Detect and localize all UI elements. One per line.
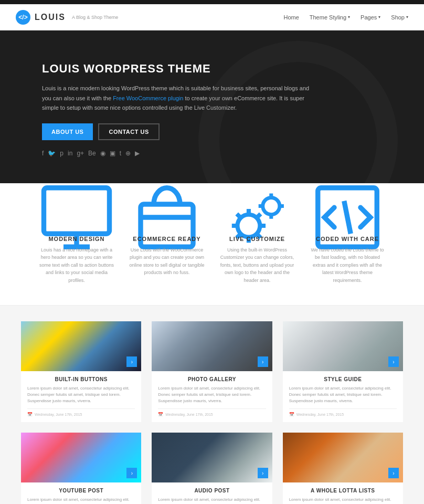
gear-icon [218, 204, 296, 230]
main-nav: Home Theme Styling ▾ Pages ▾ Shop ▾ [283, 14, 408, 20]
blog-content: PHOTO GALLERY Lorem ipsum dolor sit amet… [152, 371, 272, 422]
social-linkedin[interactable]: in [68, 150, 72, 157]
blog-image: › [152, 321, 272, 371]
woocommerce-link[interactable]: Free WooCommerce plugin [113, 95, 183, 101]
blog-card: › PHOTO GALLERY Lorem ipsum dolor sit am… [152, 321, 272, 422]
feature-ecommerce-title: ECOMMERCE READY [128, 236, 206, 242]
blog-meta: 📅 Wednesday, June 17th, 2015 [158, 408, 266, 417]
blog-date: Wednesday, June 17th, 2015 [35, 413, 82, 416]
social-facebook[interactable]: f [42, 150, 44, 157]
blog-meta: 📅 Wednesday, June 17th, 2015 [27, 408, 135, 417]
blog-post-title: AUDIO POST [158, 488, 266, 494]
blog-excerpt: Lorem ipsum dolor sit amet, consectetur … [158, 497, 266, 504]
cart-icon [128, 204, 206, 230]
social-tumblr[interactable]: t [120, 150, 121, 157]
social-googleplus[interactable]: g+ [77, 150, 84, 157]
header: </> LOUIS A Blog & Shop Theme Home Theme… [0, 4, 424, 30]
blog-date: Wednesday, June 17th, 2015 [296, 413, 344, 416]
blog-content: A WHOLE LOTTA LISTS Lorem ipsum dolor si… [283, 482, 403, 504]
logo-icon: </> [16, 10, 30, 25]
top-bar [0, 0, 424, 4]
hero-title: LOUIS WORDPRESS THEME [42, 62, 382, 76]
social-behance[interactable]: Be [88, 150, 96, 157]
feature-customize-title: LIVE CUSTOMIZE [218, 236, 296, 242]
blog-card: › BUILT-IN BUTTONS Lorem ipsum dolor sit… [21, 321, 141, 422]
feature-customize-desc: Using the built-in WordPress Customizer … [218, 246, 296, 284]
about-us-button[interactable]: ABOUT US [42, 123, 93, 140]
blog-content: STYLE GUIDE Lorem ipsum dolor sit amet, … [283, 371, 403, 422]
logo-text: LOUIS [35, 13, 66, 22]
features-section: MODERN DESIGN Louis has a nice homepage … [0, 183, 424, 306]
blog-section: › BUILT-IN BUTTONS Lorem ipsum dolor sit… [0, 306, 424, 504]
blog-arrow-button[interactable]: › [126, 356, 137, 367]
blog-card: › YOUTUBE POST Lorem ipsum dolor sit ame… [21, 433, 141, 504]
blog-post-title: STYLE GUIDE [289, 376, 397, 382]
blog-excerpt: Lorem ipsum dolor sit amet, consectetur … [289, 385, 397, 404]
blog-image: › [283, 321, 403, 371]
social-dribbble[interactable]: ◉ [100, 150, 105, 157]
social-instagram[interactable]: ▣ [110, 150, 115, 157]
feature-coded: CODED WITH CARE We have coded the Louis … [308, 204, 387, 284]
feature-customize: LIVE CUSTOMIZE Using the built-in WordPr… [218, 204, 296, 284]
nav-arrow-pages: ▾ [378, 15, 380, 19]
nav-arrow: ▾ [348, 15, 350, 19]
hero-description: Louis is a nice modern looking WordPress… [42, 83, 315, 113]
blog-excerpt: Lorem ipsum dolor sit amet, consectetur … [158, 385, 266, 404]
blog-image: › [283, 433, 403, 482]
feature-modern-desc: Louis has a nice homepage with a hero he… [37, 246, 116, 284]
calendar-icon: 📅 [158, 412, 163, 417]
feature-coded-desc: We have coded the Louis theme to be fast… [308, 246, 387, 284]
blog-post-title: A WHOLE LOTTA LISTS [289, 488, 397, 494]
nav-arrow-shop: ▾ [406, 15, 408, 19]
blog-arrow-button[interactable]: › [388, 468, 399, 478]
blog-card: › A WHOLE LOTTA LISTS Lorem ipsum dolor … [283, 433, 403, 504]
svg-point-6 [263, 198, 280, 215]
social-wordpress[interactable]: ⊕ [125, 150, 131, 157]
blog-post-title: PHOTO GALLERY [158, 376, 266, 382]
blog-image: › [21, 321, 141, 371]
social-pinterest[interactable]: p [60, 150, 63, 157]
blog-grid: › BUILT-IN BUTTONS Lorem ipsum dolor sit… [21, 321, 403, 504]
hero-buttons: ABOUT US CONTACT US [42, 123, 382, 140]
blog-content: AUDIO POST Lorem ipsum dolor sit amet, c… [152, 482, 272, 504]
feature-ecommerce: ECOMMERCE READY Use Louis with the WooCo… [128, 204, 206, 284]
code-icon [308, 204, 387, 230]
blog-content: YOUTUBE POST Lorem ipsum dolor sit amet,… [21, 482, 141, 504]
feature-modern-design: MODERN DESIGN Louis has a nice homepage … [37, 204, 116, 284]
blog-meta: 📅 Wednesday, June 17th, 2015 [289, 408, 397, 417]
logo-subtitle: A Blog & Shop Theme [72, 15, 118, 20]
svg-rect-0 [44, 188, 110, 234]
svg-line-8 [344, 201, 351, 234]
monitor-icon [37, 204, 116, 230]
blog-excerpt: Lorem ipsum dolor sit amet, consectetur … [27, 385, 135, 404]
blog-image: › [21, 433, 141, 482]
blog-arrow-button[interactable]: › [258, 468, 268, 478]
calendar-icon: 📅 [289, 412, 294, 417]
feature-ecommerce-desc: Use Louis with the WooCommerce plugin an… [128, 246, 206, 277]
blog-post-title: YOUTUBE POST [27, 488, 135, 494]
blog-card: › STYLE GUIDE Lorem ipsum dolor sit amet… [283, 321, 403, 422]
feature-modern-title: MODERN DESIGN [37, 236, 116, 242]
logo[interactable]: </> LOUIS A Blog & Shop Theme [16, 10, 118, 25]
nav-home[interactable]: Home [283, 14, 299, 20]
nav-pages[interactable]: Pages ▾ [361, 14, 380, 20]
social-icons: f 🐦 p in g+ Be ◉ ▣ t ⊕ ▶ [42, 150, 382, 157]
blog-arrow-button[interactable]: › [388, 356, 399, 367]
hero-section: LOUIS WORDPRESS THEME Louis is a nice mo… [0, 30, 424, 183]
blog-post-title: BUILT-IN BUTTONS [27, 376, 135, 382]
blog-arrow-button[interactable]: › [258, 356, 268, 367]
svg-point-5 [238, 215, 260, 237]
blog-arrow-button[interactable]: › [126, 468, 137, 478]
blog-excerpt: Lorem ipsum dolor sit amet, consectetur … [289, 497, 397, 504]
contact-us-button[interactable]: CONTACT US [98, 123, 159, 140]
blog-date: Wednesday, June 17th, 2015 [165, 413, 213, 416]
social-youtube[interactable]: ▶ [135, 150, 140, 157]
feature-coded-title: CODED WITH CARE [308, 236, 387, 242]
nav-theme-styling[interactable]: Theme Styling ▾ [310, 14, 350, 20]
social-twitter[interactable]: 🐦 [48, 150, 56, 157]
blog-card: › AUDIO POST Lorem ipsum dolor sit amet,… [152, 433, 272, 504]
nav-shop[interactable]: Shop ▾ [391, 14, 408, 20]
calendar-icon: 📅 [27, 412, 33, 417]
blog-image: › [152, 433, 272, 482]
blog-content: BUILT-IN BUTTONS Lorem ipsum dolor sit a… [21, 371, 141, 422]
